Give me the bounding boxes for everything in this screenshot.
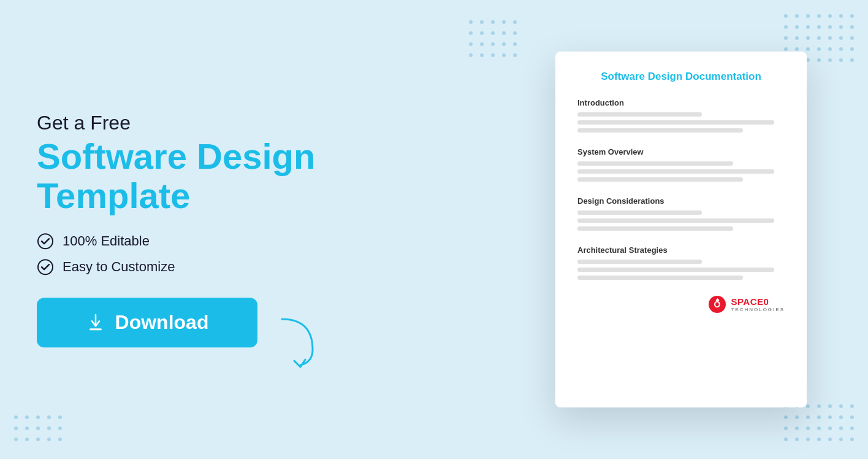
download-button[interactable]: Download: [37, 298, 257, 347]
doc-line: [577, 260, 702, 264]
doc-line: [577, 112, 702, 117]
doc-line: [577, 120, 774, 125]
subtitle: Get a Free: [37, 112, 343, 134]
doc-section-system: System Overview: [577, 147, 785, 182]
download-label: Download: [115, 311, 209, 334]
doc-line: [577, 177, 743, 182]
doc-section-title-system: System Overview: [577, 147, 785, 156]
svg-point-0: [38, 234, 53, 249]
title-block: Software Design Template: [37, 137, 343, 215]
dots-decoration-bottom-left: [12, 414, 64, 447]
arrow-decoration: [270, 313, 319, 374]
doc-logo: O SPACE0 TECHNOLOGIES: [577, 295, 785, 314]
doc-line: [577, 276, 743, 280]
logo-sub: TECHNOLOGIES: [731, 307, 785, 312]
doc-line: [577, 161, 733, 166]
dots-decoration-top-mid: [467, 18, 519, 63]
doc-line: [577, 210, 702, 215]
doc-section-title-arch: Architectural Strategies: [577, 245, 785, 255]
download-icon: [86, 312, 105, 332]
svg-point-1: [38, 260, 53, 274]
features-list: 100% Editable Easy to Customize: [37, 233, 343, 276]
logo-text: SPACE0 TECHNOLOGIES: [731, 296, 785, 312]
left-panel: Get a Free Software Design Template 100%…: [37, 112, 343, 347]
doc-line: [577, 268, 774, 272]
doc-line: [577, 128, 743, 133]
doc-title: Software Design Documentation: [577, 70, 785, 83]
title-highlight: Software Design Template: [37, 137, 343, 215]
document-card: Software Design Documentation Introducti…: [555, 52, 807, 407]
doc-line: [577, 218, 774, 223]
check-icon-editable: [37, 233, 54, 250]
logo-name: SPACE0: [731, 296, 785, 307]
doc-line: [577, 226, 733, 231]
check-icon-customize: [37, 258, 54, 276]
svg-rect-2: [89, 328, 102, 330]
doc-section-title-intro: Introduction: [577, 98, 785, 107]
doc-section-design: Design Considerations: [577, 196, 785, 231]
feature-customize-label: Easy to Customize: [63, 259, 175, 275]
feature-editable-label: 100% Editable: [63, 233, 150, 249]
doc-line: [577, 169, 774, 174]
dots-decoration-bottom-right: [782, 403, 856, 447]
doc-section-title-design: Design Considerations: [577, 196, 785, 206]
feature-customize: Easy to Customize: [37, 258, 343, 276]
doc-section-arch: Architectural Strategies: [577, 245, 785, 280]
doc-section-introduction: Introduction: [577, 98, 785, 133]
feature-editable: 100% Editable: [37, 233, 343, 250]
spaceO-logo-icon: O: [707, 295, 727, 314]
